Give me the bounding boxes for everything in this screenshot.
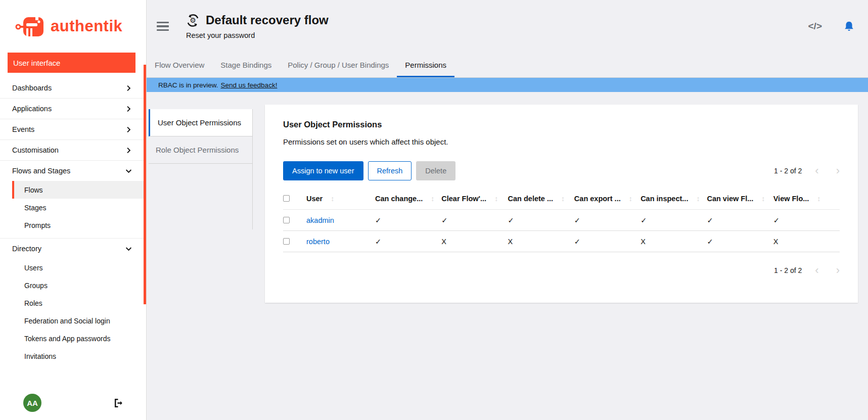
notification-bell-icon[interactable] [843,21,855,32]
chevron-right-icon [125,126,132,133]
sidebar-item-label: Directory [12,245,41,253]
app-root: authentik User interface Dashboards Appl… [0,0,868,420]
table-cell-value: ✓ [508,210,574,231]
tab-permissions[interactable]: Permissions [397,53,454,77]
select-all-checkbox[interactable] [283,195,290,202]
table-cell-value: X [773,231,840,252]
pagination-prev-icon[interactable]: ‹ [815,267,818,274]
permission-side-tabs: User Object Permissions Role Object Perm… [149,109,253,229]
authentik-logo[interactable]: authentik [0,0,146,51]
sidebar-item-label: Flows [24,186,43,194]
table-cell-user: akadmin [306,210,375,231]
table-header-user: User↕ [306,188,375,210]
avatar[interactable]: AA [23,394,41,412]
sort-icon[interactable]: ↕ [817,195,820,203]
table-header-checkbox-cell [283,188,306,210]
user-link-roberto[interactable]: roberto [306,238,330,246]
tab-user-object-permissions[interactable]: User Object Permissions [149,109,252,136]
sidebar-item-prompts[interactable]: Prompts [12,216,146,234]
row-checkbox[interactable] [283,217,290,223]
sidebar-item-user-interface[interactable]: User interface [8,53,135,73]
page-title: Default recovery flow [206,13,329,27]
pagination-range: 1 - 2 of 2 [774,266,802,274]
sidebar-item-customisation[interactable]: Customisation [0,140,146,160]
assign-to-new-user-button[interactable]: Assign to new user [283,161,363,180]
pagination-top: 1 - 2 of 2 ‹ › [774,167,840,175]
sort-icon[interactable]: ↕ [696,195,700,203]
tab-role-object-permissions[interactable]: Role Object Permissions [149,136,252,164]
table-cell-value: ✓ [441,210,508,231]
main-area: ⚙ Default recovery flow Reset your passw… [147,0,868,420]
sidebar-item-stages[interactable]: Stages [12,199,146,216]
authentik-logo-text: authentik [51,17,122,35]
tab-flow-overview[interactable]: Flow Overview [147,53,212,77]
row-checkbox[interactable] [283,238,290,245]
table-header-can-delete: Can delete ...↕ [508,188,574,210]
sidebar-item-invitations[interactable]: Invitations [12,347,146,365]
user-link-akadmin[interactable]: akadmin [306,216,334,224]
card-description: Permissions set on users which affect th… [283,137,840,146]
table-header-can-inspect: Can inspect...↕ [641,188,707,210]
table-header-can-view: Can view Fl...↕ [707,188,773,210]
table-cell-value: ✓ [574,231,641,252]
sort-icon[interactable]: ↕ [629,195,632,203]
sidebar-item-flows-and-stages[interactable]: Flows and Stages [0,161,146,181]
sidebar-item-label: Dashboards [12,84,52,92]
sort-icon[interactable]: ↕ [494,195,498,203]
delete-button[interactable]: Delete [416,161,455,180]
sidebar-item-label: Invitations [24,352,56,360]
sidebar-item-users[interactable]: Users [12,259,146,276]
pagination-next-icon[interactable]: › [836,167,840,174]
sort-icon[interactable]: ↕ [561,195,565,203]
sort-icon[interactable]: ↕ [761,195,765,203]
sidebar-item-federation-and-social-login[interactable]: Federation and Social login [12,312,146,330]
table-cell-value: ✓ [375,210,441,231]
sidebar-item-flows[interactable]: Flows [12,181,146,199]
table-cell-user: roberto [306,231,375,252]
sort-icon[interactable]: ↕ [331,195,334,203]
tab-policy-group-user-bindings[interactable]: Policy / Group / User Bindings [280,53,397,77]
sidebar-item-groups[interactable]: Groups [12,276,146,294]
sidebar: authentik User interface Dashboards Appl… [0,0,147,420]
tab-bar: Flow Overview Stage Bindings Policy / Gr… [147,53,868,78]
table-cell-value: ✓ [707,231,773,252]
pagination-prev-icon[interactable]: ‹ [815,167,818,174]
page-subtitle: Reset your password [186,31,329,39]
sidebar-item-applications[interactable]: Applications [0,99,146,119]
sidebar-item-label: Users [24,264,43,272]
sidebar-item-label: Roles [24,299,42,307]
sidebar-item-directory[interactable]: Directory [0,239,146,259]
sidebar-item-label: Applications [12,105,52,113]
content-area: User Object Permissions Role Object Perm… [147,92,868,420]
sidebar-item-tokens-and-app-passwords[interactable]: Tokens and App passwords [12,330,146,347]
chevron-down-icon [125,246,132,252]
spacer [0,234,146,238]
table-row-checkbox-cell [283,231,306,252]
table-header-clear-flow: Clear Flow'...↕ [441,188,508,210]
hamburger-menu-icon[interactable] [157,22,169,31]
sign-out-icon[interactable] [113,398,124,408]
feedback-link[interactable]: Send us feedback! [221,81,278,89]
table-row-checkbox-cell [283,210,306,231]
user-object-permissions-card: User Object Permissions Permissions set … [265,105,858,303]
chevron-right-icon [125,85,132,91]
sidebar-footer: AA [0,389,146,420]
table-header-can-export: Can export ...↕ [574,188,641,210]
tab-stage-bindings[interactable]: Stage Bindings [212,53,280,77]
sort-icon[interactable]: ↕ [431,195,434,203]
pagination-range: 1 - 2 of 2 [774,167,802,175]
table-cell-value: ✓ [773,210,840,231]
sidebar-item-roles[interactable]: Roles [12,294,146,312]
sidebar-item-label: Customisation [12,146,59,154]
pagination-next-icon[interactable]: › [836,267,840,274]
table-cell-value: ✓ [707,210,773,231]
card-title: User Object Permissions [283,120,840,129]
table-cell-value: X [508,231,574,252]
page-header: ⚙ Default recovery flow Reset your passw… [147,0,868,53]
refresh-button[interactable]: Refresh [368,161,412,180]
api-code-icon[interactable]: </> [808,21,822,32]
sidebar-item-dashboards[interactable]: Dashboards [0,78,146,98]
chevron-right-icon [125,106,132,112]
sidebar-item-events[interactable]: Events [0,119,146,139]
sidebar-item-label: Tokens and App passwords [24,335,110,343]
